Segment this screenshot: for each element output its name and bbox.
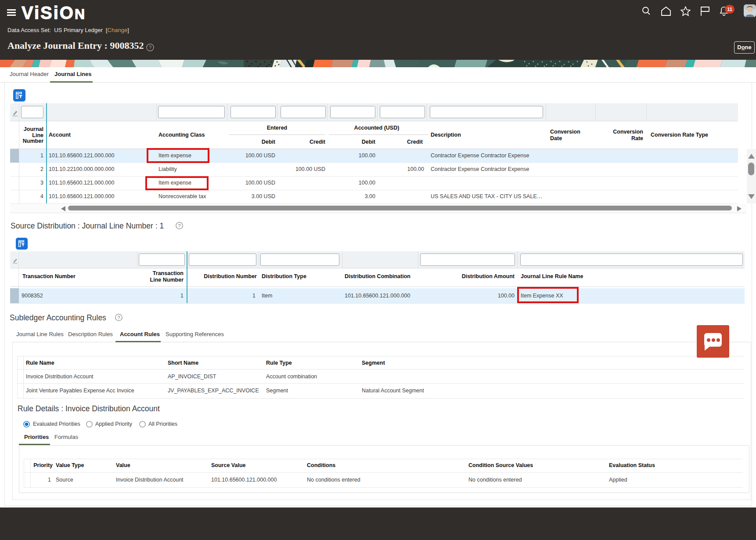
svg-text:?: ? bbox=[117, 315, 120, 320]
svg-text:?: ? bbox=[178, 223, 180, 228]
svg-text:?: ? bbox=[149, 45, 151, 50]
